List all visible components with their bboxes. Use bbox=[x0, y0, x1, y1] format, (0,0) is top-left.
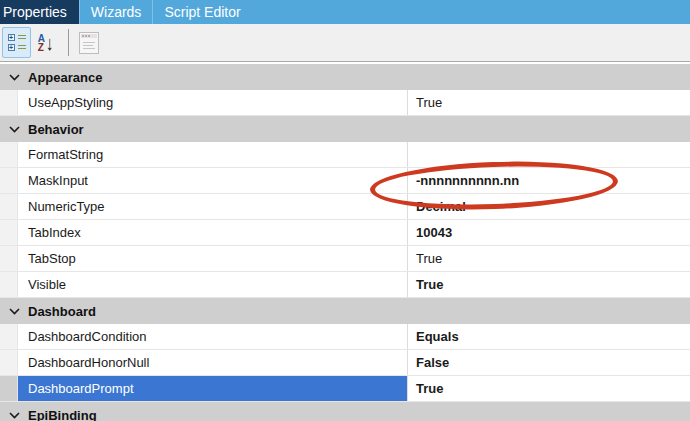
row-gutter bbox=[0, 220, 18, 245]
property-value[interactable]: True bbox=[407, 272, 690, 297]
property-value[interactable]: -nnnnnnnnnn.nn bbox=[407, 168, 690, 193]
sort-down-arrow-icon: ↓ bbox=[46, 32, 54, 52]
property-name: DashboardPrompt bbox=[18, 376, 407, 401]
property-name: NumericType bbox=[18, 194, 407, 219]
property-pages-button[interactable] bbox=[74, 27, 103, 58]
category-row-epibinding[interactable]: EpiBinding bbox=[0, 402, 690, 421]
property-row-tabindex[interactable]: TabIndex10043 bbox=[0, 220, 690, 246]
property-name: TabIndex bbox=[18, 220, 407, 245]
tab-script-editor[interactable]: Script Editor bbox=[152, 0, 251, 24]
property-value[interactable]: True bbox=[407, 90, 690, 115]
property-row-useappstyling[interactable]: UseAppStylingTrue bbox=[0, 90, 690, 116]
row-gutter bbox=[0, 246, 18, 271]
property-name: Visible bbox=[18, 272, 407, 297]
row-gutter bbox=[0, 324, 18, 349]
property-pages-icon bbox=[79, 32, 99, 54]
sort-letter-z: Z bbox=[38, 43, 45, 52]
tab-properties[interactable]: Properties bbox=[0, 0, 79, 24]
row-gutter bbox=[0, 350, 18, 375]
property-name: FormatString bbox=[18, 142, 407, 167]
row-gutter bbox=[0, 194, 18, 219]
chevron-down-icon[interactable] bbox=[0, 64, 28, 90]
tab-wizards[interactable]: Wizards bbox=[79, 0, 153, 24]
category-label: Appearance bbox=[28, 64, 102, 90]
property-name: UseAppStyling bbox=[18, 90, 407, 115]
property-grid: AppearanceUseAppStylingTrueBehaviorForma… bbox=[0, 64, 690, 421]
alphabetical-sort-icon: A Z ↓ bbox=[38, 34, 54, 52]
property-value[interactable]: True bbox=[407, 246, 690, 271]
property-row-maskinput[interactable]: MaskInput-nnnnnnnnnn.nn bbox=[0, 168, 690, 194]
property-value[interactable]: True bbox=[407, 376, 690, 401]
property-value[interactable]: Decimal bbox=[407, 194, 690, 219]
chevron-down-icon[interactable] bbox=[0, 402, 28, 421]
property-row-tabstop[interactable]: TabStopTrue bbox=[0, 246, 690, 272]
row-gutter bbox=[0, 142, 18, 167]
chevron-down-icon[interactable] bbox=[0, 298, 28, 324]
property-value[interactable] bbox=[407, 142, 690, 167]
property-name: DashboardHonorNull bbox=[18, 350, 407, 375]
category-label: Behavior bbox=[28, 116, 84, 142]
alphabetical-sort-button[interactable]: A Z ↓ bbox=[31, 27, 60, 58]
property-value[interactable]: Equals bbox=[407, 324, 690, 349]
property-value[interactable]: False bbox=[407, 350, 690, 375]
property-row-formatstring[interactable]: FormatString bbox=[0, 142, 690, 168]
property-row-dashboardhonornull[interactable]: DashboardHonorNullFalse bbox=[0, 350, 690, 376]
row-gutter bbox=[0, 376, 18, 401]
toolbar-separator bbox=[68, 29, 69, 56]
chevron-down-icon[interactable] bbox=[0, 116, 28, 142]
property-row-dashboardprompt[interactable]: DashboardPromptTrue bbox=[0, 376, 690, 402]
category-label: EpiBinding bbox=[28, 402, 97, 421]
properties-toolbar: + + A Z ↓ bbox=[0, 24, 690, 62]
category-row-behavior[interactable]: Behavior bbox=[0, 116, 690, 142]
category-label: Dashboard bbox=[28, 298, 96, 324]
row-gutter bbox=[0, 168, 18, 193]
row-gutter bbox=[0, 90, 18, 115]
property-name: MaskInput bbox=[18, 168, 407, 193]
categorized-icon: + + bbox=[8, 33, 26, 53]
category-row-dashboard[interactable]: Dashboard bbox=[0, 298, 690, 324]
row-gutter bbox=[0, 272, 18, 297]
property-name: DashboardCondition bbox=[18, 324, 407, 349]
tab-bar: PropertiesWizardsScript Editor bbox=[0, 0, 690, 24]
property-row-numerictype[interactable]: NumericTypeDecimal bbox=[0, 194, 690, 220]
property-row-dashboardcondition[interactable]: DashboardConditionEquals bbox=[0, 324, 690, 350]
property-row-visible[interactable]: VisibleTrue bbox=[0, 272, 690, 298]
property-name: TabStop bbox=[18, 246, 407, 271]
property-value[interactable]: 10043 bbox=[407, 220, 690, 245]
category-row-appearance[interactable]: Appearance bbox=[0, 64, 690, 90]
categorized-button[interactable]: + + bbox=[2, 27, 31, 58]
